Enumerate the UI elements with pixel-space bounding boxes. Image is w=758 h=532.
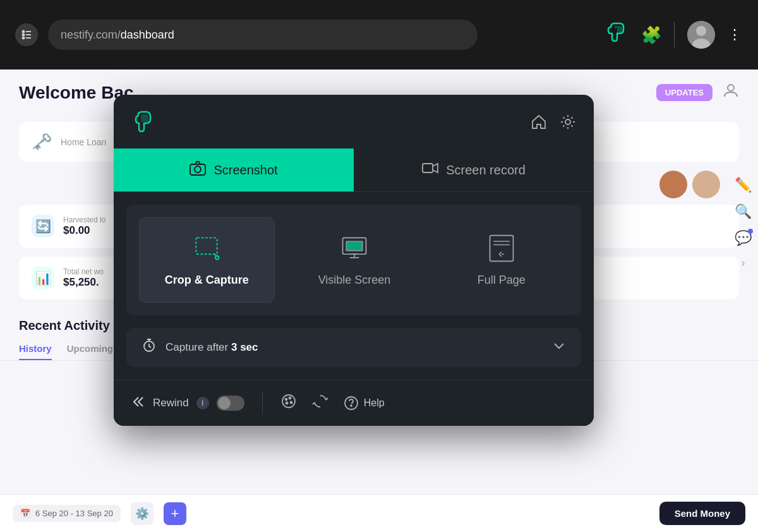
brand-logo-browser	[606, 21, 629, 49]
tab-screenshot[interactable]: Screenshot	[114, 148, 354, 191]
svg-point-9	[728, 85, 734, 91]
svg-rect-10	[141, 114, 148, 122]
option-visible-screen[interactable]: Visible Screen	[287, 217, 422, 303]
net-worth-value: $5,250.	[63, 276, 104, 289]
visible-screen-icon	[339, 233, 370, 263]
svg-point-32	[290, 402, 292, 404]
user-avatar-browser[interactable]	[687, 21, 715, 49]
svg-point-17	[215, 256, 219, 260]
popup-header-icons	[531, 114, 576, 134]
more-options-icon[interactable]: ⋮	[728, 27, 743, 43]
chevron-down-icon[interactable]	[552, 339, 566, 356]
home-loan-icon: 🗝️	[32, 132, 52, 152]
tab-history[interactable]: History	[19, 338, 52, 360]
crop-capture-label: Crop & Capture	[165, 274, 249, 287]
help-section[interactable]: Help	[344, 396, 385, 411]
send-money-button[interactable]: Send Money	[659, 502, 745, 525]
capture-after-left: Capture after 3 sec	[141, 338, 258, 357]
chat-dot	[748, 229, 753, 234]
edit-icon-sidebar[interactable]: ✏️	[735, 177, 752, 193]
harvest-icon: 🔄	[32, 215, 54, 238]
capture-after-row[interactable]: Capture after 3 sec	[126, 328, 581, 367]
tab-screenshot-label: Screenshot	[214, 163, 277, 178]
refresh-icon[interactable]	[312, 393, 328, 413]
tab-screen-record-label: Screen record	[446, 163, 526, 178]
avatar-2	[692, 171, 720, 198]
net-worth-icon: 📊	[32, 267, 54, 289]
svg-rect-23	[490, 236, 513, 262]
date-range-text: 6 Sep 20 - 13 Sep 20	[35, 509, 113, 518]
net-worth-label: Total net wo	[63, 267, 104, 276]
user-icon-page[interactable]	[723, 82, 739, 103]
svg-rect-19	[346, 241, 363, 251]
browser-chrome: nestify.com/dashboard 🧩 ⋮	[0, 0, 758, 70]
home-icon[interactable]	[531, 114, 547, 134]
harvest-info: Harvested lo $0.00	[63, 215, 105, 237]
right-arrow-icon[interactable]: ›	[742, 257, 745, 270]
options-area: Crop & Capture Visible Screen	[114, 192, 594, 328]
toggle-switch[interactable]	[217, 396, 244, 411]
chat-icon[interactable]: 💬	[735, 230, 752, 246]
help-label: Help	[364, 397, 385, 409]
svg-point-1	[23, 34, 25, 36]
avatar-1	[659, 171, 687, 198]
timer-icon	[141, 338, 157, 357]
calendar-icon: 📅	[20, 509, 30, 518]
record-icon	[422, 160, 438, 180]
browser-right-icons: 🧩 ⋮	[606, 21, 743, 49]
capture-after-text: Capture after 3 sec	[165, 341, 258, 354]
tab-screen-record[interactable]: Screen record	[354, 148, 594, 191]
harvest-label: Harvested lo	[63, 215, 105, 224]
tab-upcoming[interactable]: Upcoming	[67, 338, 113, 360]
info-badge[interactable]: i	[196, 397, 209, 409]
updates-badge[interactable]: UPDATES	[656, 84, 713, 101]
svg-point-31	[289, 397, 291, 399]
address-bar[interactable]: nestify.com/dashboard	[48, 20, 478, 50]
popup-tabs: Screenshot Screen record	[114, 148, 594, 192]
footer-divider	[262, 392, 263, 414]
svg-point-7	[696, 26, 706, 36]
svg-point-2	[23, 37, 25, 39]
settings-icon[interactable]	[560, 114, 576, 134]
cookie-icon[interactable]	[280, 393, 297, 413]
full-page-icon	[486, 233, 517, 263]
home-loan-label: Home Loan	[61, 137, 106, 147]
extension-popup: Screenshot Screen record	[114, 95, 594, 426]
svg-point-33	[286, 402, 287, 404]
svg-point-35	[351, 405, 352, 406]
options-grid: Crop & Capture Visible Screen	[126, 205, 581, 315]
popup-logo	[131, 109, 157, 138]
svg-point-13	[195, 166, 201, 172]
svg-point-11	[565, 119, 570, 124]
page-background: Welcome Bac UPDATES 🗝️ Home Loan 🔄 Harve…	[0, 70, 758, 532]
option-crop-capture[interactable]: Crop & Capture	[139, 217, 275, 303]
date-range-badge[interactable]: 📅 6 Sep 20 - 13 Sep 20	[13, 505, 121, 522]
header-divider	[674, 22, 675, 47]
popup-header	[114, 95, 594, 148]
footer-right-icons: Help	[280, 393, 385, 413]
svg-point-29	[282, 395, 295, 408]
camera-icon	[190, 160, 206, 180]
svg-point-30	[285, 399, 287, 401]
net-worth-info: Total net wo $5,250.	[63, 267, 104, 289]
browser-controls-icon[interactable]	[15, 23, 38, 46]
bottom-bar: 📅 6 Sep 20 - 13 Sep 20 ⚙️ + Send Money	[0, 494, 758, 532]
rewind-label: Rewind	[153, 397, 189, 409]
chat-container: 💬	[735, 230, 752, 246]
add-button-bottom[interactable]: +	[164, 502, 186, 525]
search-icon-sidebar[interactable]: 🔍	[735, 203, 752, 220]
visible-screen-label: Visible Screen	[318, 274, 391, 287]
crop-capture-icon	[191, 233, 222, 263]
full-page-label: Full Page	[478, 274, 526, 287]
rewind-section: Rewind i	[131, 395, 244, 412]
rewind-icon	[131, 395, 145, 412]
svg-point-0	[23, 31, 25, 33]
option-full-page[interactable]: Full Page	[434, 217, 568, 303]
extensions-icon[interactable]: 🧩	[641, 25, 661, 45]
toggle-knob	[218, 397, 231, 409]
right-sidebar: ✏️ 🔍 💬 ›	[735, 177, 752, 270]
url-display: nestify.com/dashboard	[61, 28, 174, 42]
settings-button-bottom[interactable]: ⚙️	[131, 502, 153, 525]
svg-rect-14	[423, 164, 433, 172]
harvest-value: $0.00	[63, 224, 105, 237]
